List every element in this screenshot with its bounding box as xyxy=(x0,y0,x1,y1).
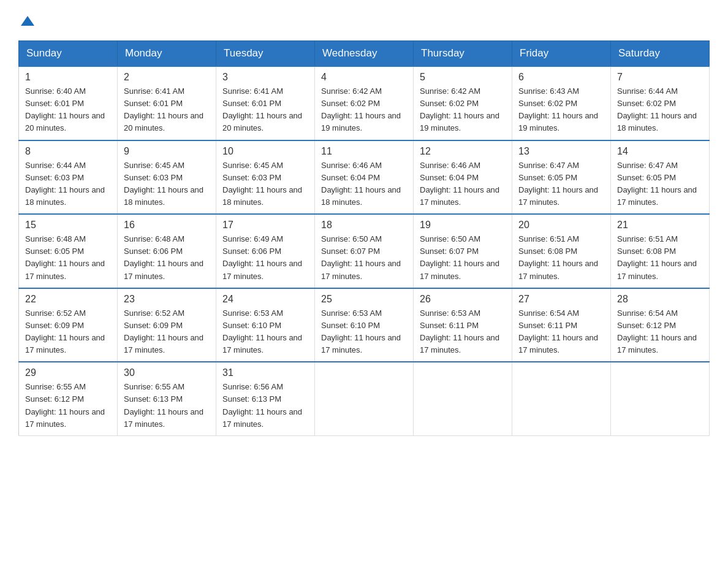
day-info: Sunrise: 6:41 AMSunset: 6:01 PMDaylight:… xyxy=(222,85,308,135)
calendar-cell: 7Sunrise: 6:44 AMSunset: 6:02 PMDaylight… xyxy=(611,66,710,140)
day-info: Sunrise: 6:44 AMSunset: 6:02 PMDaylight:… xyxy=(617,85,703,135)
logo xyxy=(18,12,34,29)
day-number: 25 xyxy=(321,294,407,305)
header-monday: Monday xyxy=(118,41,216,67)
calendar-cell xyxy=(315,362,414,435)
day-number: 1 xyxy=(25,72,111,83)
day-info: Sunrise: 6:54 AMSunset: 6:11 PMDaylight:… xyxy=(518,307,604,357)
day-info: Sunrise: 6:51 AMSunset: 6:08 PMDaylight:… xyxy=(518,233,604,283)
header-friday: Friday xyxy=(512,41,611,67)
calendar-week-row: 8Sunrise: 6:44 AMSunset: 6:03 PMDaylight… xyxy=(19,140,710,215)
calendar-cell: 14Sunrise: 6:47 AMSunset: 6:05 PMDayligh… xyxy=(611,140,710,215)
header-sunday: Sunday xyxy=(19,41,118,67)
day-number: 23 xyxy=(124,294,210,305)
day-number: 22 xyxy=(25,294,111,305)
day-info: Sunrise: 6:52 AMSunset: 6:09 PMDaylight:… xyxy=(25,307,111,357)
calendar-cell: 28Sunrise: 6:54 AMSunset: 6:12 PMDayligh… xyxy=(611,288,710,362)
calendar-week-row: 29Sunrise: 6:55 AMSunset: 6:12 PMDayligh… xyxy=(19,362,710,435)
day-number: 27 xyxy=(518,294,604,305)
day-info: Sunrise: 6:43 AMSunset: 6:02 PMDaylight:… xyxy=(518,85,604,135)
day-number: 8 xyxy=(25,146,111,157)
calendar-cell: 9Sunrise: 6:45 AMSunset: 6:03 PMDaylight… xyxy=(118,140,216,215)
day-info: Sunrise: 6:47 AMSunset: 6:05 PMDaylight:… xyxy=(617,159,703,209)
day-number: 2 xyxy=(124,72,210,83)
calendar-table: SundayMondayTuesdayWednesdayThursdayFrid… xyxy=(18,40,710,436)
day-number: 17 xyxy=(222,220,308,231)
day-number: 12 xyxy=(420,146,506,157)
day-number: 30 xyxy=(124,367,210,378)
calendar-cell: 19Sunrise: 6:50 AMSunset: 6:07 PMDayligh… xyxy=(414,214,512,288)
calendar-header-row: SundayMondayTuesdayWednesdayThursdayFrid… xyxy=(19,41,710,67)
calendar-cell: 29Sunrise: 6:55 AMSunset: 6:12 PMDayligh… xyxy=(19,362,118,435)
day-info: Sunrise: 6:53 AMSunset: 6:11 PMDaylight:… xyxy=(420,307,506,357)
day-info: Sunrise: 6:53 AMSunset: 6:10 PMDaylight:… xyxy=(321,307,407,357)
calendar-cell: 8Sunrise: 6:44 AMSunset: 6:03 PMDaylight… xyxy=(19,140,118,215)
day-info: Sunrise: 6:53 AMSunset: 6:10 PMDaylight:… xyxy=(222,307,308,357)
day-info: Sunrise: 6:54 AMSunset: 6:12 PMDaylight:… xyxy=(617,307,703,357)
calendar-cell: 6Sunrise: 6:43 AMSunset: 6:02 PMDaylight… xyxy=(512,66,611,140)
day-number: 9 xyxy=(124,146,210,157)
day-number: 19 xyxy=(420,220,506,231)
day-number: 15 xyxy=(25,220,111,231)
day-info: Sunrise: 6:52 AMSunset: 6:09 PMDaylight:… xyxy=(124,307,210,357)
header-thursday: Thursday xyxy=(414,41,512,67)
day-info: Sunrise: 6:42 AMSunset: 6:02 PMDaylight:… xyxy=(321,85,407,135)
day-number: 10 xyxy=(222,146,308,157)
day-info: Sunrise: 6:48 AMSunset: 6:05 PMDaylight:… xyxy=(25,233,111,283)
calendar-cell: 12Sunrise: 6:46 AMSunset: 6:04 PMDayligh… xyxy=(414,140,512,215)
day-info: Sunrise: 6:51 AMSunset: 6:08 PMDaylight:… xyxy=(617,233,703,283)
day-number: 24 xyxy=(222,294,308,305)
calendar-cell: 24Sunrise: 6:53 AMSunset: 6:10 PMDayligh… xyxy=(216,288,315,362)
day-info: Sunrise: 6:45 AMSunset: 6:03 PMDaylight:… xyxy=(124,159,210,209)
logo-triangle-icon xyxy=(21,15,34,27)
header-saturday: Saturday xyxy=(611,41,710,67)
calendar-cell: 26Sunrise: 6:53 AMSunset: 6:11 PMDayligh… xyxy=(414,288,512,362)
calendar-cell: 31Sunrise: 6:56 AMSunset: 6:13 PMDayligh… xyxy=(216,362,315,435)
calendar-cell: 20Sunrise: 6:51 AMSunset: 6:08 PMDayligh… xyxy=(512,214,611,288)
calendar-cell: 13Sunrise: 6:47 AMSunset: 6:05 PMDayligh… xyxy=(512,140,611,215)
day-number: 13 xyxy=(518,146,604,157)
day-info: Sunrise: 6:42 AMSunset: 6:02 PMDaylight:… xyxy=(420,85,506,135)
calendar-cell: 25Sunrise: 6:53 AMSunset: 6:10 PMDayligh… xyxy=(315,288,414,362)
calendar-cell: 21Sunrise: 6:51 AMSunset: 6:08 PMDayligh… xyxy=(611,214,710,288)
calendar-cell: 2Sunrise: 6:41 AMSunset: 6:01 PMDaylight… xyxy=(118,66,216,140)
calendar-cell: 22Sunrise: 6:52 AMSunset: 6:09 PMDayligh… xyxy=(19,288,118,362)
calendar-cell: 18Sunrise: 6:50 AMSunset: 6:07 PMDayligh… xyxy=(315,214,414,288)
day-number: 3 xyxy=(222,72,308,83)
calendar-cell: 11Sunrise: 6:46 AMSunset: 6:04 PMDayligh… xyxy=(315,140,414,215)
calendar-cell xyxy=(414,362,512,435)
day-number: 16 xyxy=(124,220,210,231)
day-number: 5 xyxy=(420,72,506,83)
day-info: Sunrise: 6:46 AMSunset: 6:04 PMDaylight:… xyxy=(420,159,506,209)
day-number: 28 xyxy=(617,294,703,305)
calendar-cell: 16Sunrise: 6:48 AMSunset: 6:06 PMDayligh… xyxy=(118,214,216,288)
day-number: 4 xyxy=(321,72,407,83)
day-info: Sunrise: 6:47 AMSunset: 6:05 PMDaylight:… xyxy=(518,159,604,209)
calendar-week-row: 15Sunrise: 6:48 AMSunset: 6:05 PMDayligh… xyxy=(19,214,710,288)
day-number: 18 xyxy=(321,220,407,231)
calendar-cell: 27Sunrise: 6:54 AMSunset: 6:11 PMDayligh… xyxy=(512,288,611,362)
day-info: Sunrise: 6:44 AMSunset: 6:03 PMDaylight:… xyxy=(25,159,111,209)
day-info: Sunrise: 6:55 AMSunset: 6:12 PMDaylight:… xyxy=(25,381,111,431)
day-info: Sunrise: 6:56 AMSunset: 6:13 PMDaylight:… xyxy=(222,381,308,431)
day-info: Sunrise: 6:41 AMSunset: 6:01 PMDaylight:… xyxy=(124,85,210,135)
calendar-cell: 10Sunrise: 6:45 AMSunset: 6:03 PMDayligh… xyxy=(216,140,315,215)
calendar-week-row: 22Sunrise: 6:52 AMSunset: 6:09 PMDayligh… xyxy=(19,288,710,362)
header-tuesday: Tuesday xyxy=(216,41,315,67)
calendar-cell: 3Sunrise: 6:41 AMSunset: 6:01 PMDaylight… xyxy=(216,66,315,140)
calendar-cell: 17Sunrise: 6:49 AMSunset: 6:06 PMDayligh… xyxy=(216,214,315,288)
day-info: Sunrise: 6:50 AMSunset: 6:07 PMDaylight:… xyxy=(321,233,407,283)
day-number: 26 xyxy=(420,294,506,305)
day-number: 21 xyxy=(617,220,703,231)
day-info: Sunrise: 6:46 AMSunset: 6:04 PMDaylight:… xyxy=(321,159,407,209)
calendar-cell: 4Sunrise: 6:42 AMSunset: 6:02 PMDaylight… xyxy=(315,66,414,140)
calendar-cell: 23Sunrise: 6:52 AMSunset: 6:09 PMDayligh… xyxy=(118,288,216,362)
calendar-cell: 15Sunrise: 6:48 AMSunset: 6:05 PMDayligh… xyxy=(19,214,118,288)
calendar-cell xyxy=(512,362,611,435)
calendar-cell: 30Sunrise: 6:55 AMSunset: 6:13 PMDayligh… xyxy=(118,362,216,435)
day-info: Sunrise: 6:40 AMSunset: 6:01 PMDaylight:… xyxy=(25,85,111,135)
day-number: 14 xyxy=(617,146,703,157)
svg-marker-0 xyxy=(21,16,34,26)
day-info: Sunrise: 6:55 AMSunset: 6:13 PMDaylight:… xyxy=(124,381,210,431)
day-info: Sunrise: 6:49 AMSunset: 6:06 PMDaylight:… xyxy=(222,233,308,283)
